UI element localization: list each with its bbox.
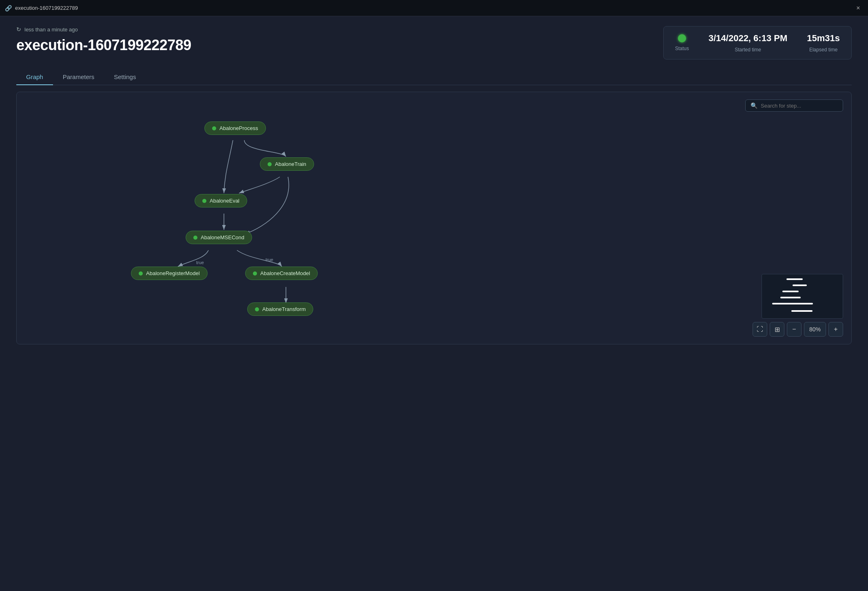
node-abalone-train[interactable]: AbaloneTrain: [260, 157, 314, 171]
main-content: ↻ less than a minute ago execution-16071…: [0, 16, 868, 354]
node-label: AbaloneTransform: [262, 306, 306, 312]
expand-button[interactable]: ⊞: [770, 322, 784, 337]
refresh-row: ↻ less than a minute ago: [16, 26, 191, 33]
node-dot: [193, 236, 197, 240]
status-dot: [678, 34, 686, 42]
page-title: execution-1607199222789: [16, 37, 191, 54]
elapsed-time-label: Elapsed time: [809, 47, 837, 53]
status-card: Status 3/14/2022, 6:13 PM Started time 1…: [663, 26, 852, 60]
node-abalone-mse-cond[interactable]: AbaloneMSECond: [186, 231, 252, 244]
minimap-node: [791, 310, 813, 312]
status-label: Status: [675, 46, 689, 51]
node-dot: [253, 271, 257, 276]
node-label: AbaloneEval: [210, 198, 239, 204]
node-dot: [255, 307, 259, 311]
arrows-svg: true true: [17, 92, 851, 344]
minimap-nodes: [762, 274, 843, 318]
node-label: AbaloneRegisterModel: [146, 270, 200, 276]
zoom-value: 80%: [804, 322, 826, 337]
minimap-node: [786, 278, 803, 280]
node-abalone-process[interactable]: AbaloneProcess: [204, 121, 266, 135]
status-item-started: 3/14/2022, 6:13 PM Started time: [709, 33, 787, 53]
node-abalone-create-model[interactable]: AbaloneCreateModel: [245, 267, 318, 280]
tab-title: execution-1607199222789: [15, 5, 853, 11]
svg-text:true: true: [196, 260, 204, 265]
header-row: ↻ less than a minute ago execution-16071…: [16, 26, 852, 60]
status-item-elapsed: 15m31s Elapsed time: [807, 33, 840, 53]
tab-icon: 🔗: [5, 5, 12, 11]
node-abalone-eval[interactable]: AbaloneEval: [195, 194, 247, 207]
node-abalone-register-model[interactable]: AbaloneRegisterModel: [131, 267, 208, 280]
node-dot: [139, 271, 143, 276]
search-input[interactable]: [761, 103, 838, 109]
tabs-row: Graph Parameters Settings: [16, 69, 852, 85]
search-icon: 🔍: [751, 102, 757, 109]
zoom-in-button[interactable]: +: [828, 322, 843, 337]
graph-container: 🔍 true: [16, 92, 852, 344]
minimap: [762, 274, 843, 319]
header-left: ↻ less than a minute ago execution-16071…: [16, 26, 191, 54]
node-label: AbaloneProcess: [219, 125, 258, 131]
started-time-value: 3/14/2022, 6:13 PM: [709, 33, 787, 44]
minimap-node: [780, 297, 801, 298]
tab-parameters[interactable]: Parameters: [53, 69, 104, 85]
node-label: AbaloneMSECond: [201, 234, 244, 240]
svg-text:true: true: [266, 257, 273, 262]
zoom-out-button[interactable]: −: [787, 322, 802, 337]
refresh-label: less than a minute ago: [24, 26, 78, 33]
minimap-node: [772, 303, 795, 304]
tab-settings[interactable]: Settings: [104, 69, 146, 85]
title-bar: 🔗 execution-1607199222789 ×: [0, 0, 868, 16]
elapsed-time-value: 15m31s: [807, 33, 840, 44]
node-label: AbaloneCreateModel: [260, 270, 310, 276]
minimap-node: [782, 291, 799, 292]
refresh-icon[interactable]: ↻: [16, 26, 21, 33]
node-label: AbaloneTrain: [275, 161, 306, 167]
minimap-node: [793, 303, 813, 304]
zoom-controls: ⛶ ⊞ − 80% +: [753, 322, 843, 337]
node-dot: [268, 162, 272, 166]
fit-to-screen-button[interactable]: ⛶: [753, 322, 767, 337]
node-abalone-transform[interactable]: AbaloneTransform: [247, 302, 313, 316]
node-dot: [212, 126, 216, 130]
status-item-status: Status: [675, 34, 689, 51]
tab-graph[interactable]: Graph: [16, 69, 53, 85]
search-bar[interactable]: 🔍: [745, 99, 843, 112]
minimap-node: [793, 284, 807, 286]
close-button[interactable]: ×: [853, 3, 863, 13]
started-time-label: Started time: [735, 47, 761, 53]
node-dot: [202, 199, 206, 203]
